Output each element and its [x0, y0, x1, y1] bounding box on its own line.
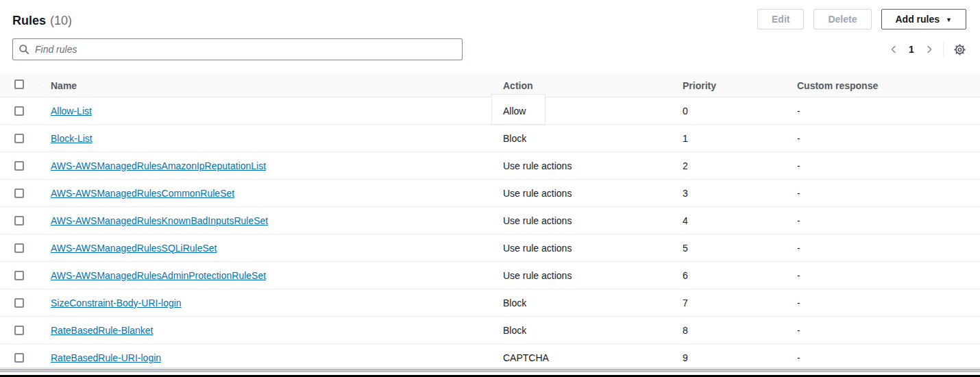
rule-action-cell: Block	[491, 125, 670, 151]
custom-response-value: -	[797, 297, 800, 308]
priority-value: 7	[683, 297, 688, 308]
table-row: AWS-AWSManagedRulesAmazonIpReputationLis…	[0, 152, 980, 180]
row-checkbox[interactable]	[14, 216, 24, 226]
rule-name-link[interactable]: RateBasedRule-Blanket	[51, 325, 153, 336]
rule-priority-cell: 7	[670, 289, 785, 316]
rule-action-cell: Allow	[491, 97, 670, 124]
search-input[interactable]	[35, 44, 456, 55]
priority-value: 9	[683, 352, 688, 363]
rule-name-link[interactable]: AWS-AWSManagedRulesKnownBadInputsRuleSet	[51, 215, 268, 226]
horizontal-scrollbar-thumb[interactable]	[0, 369, 980, 372]
rule-action-cell: Block	[491, 317, 670, 343]
rule-action-cell: Use rule actions	[491, 262, 670, 289]
row-checkbox[interactable]	[14, 188, 24, 198]
column-header-custom-response: Custom response	[785, 80, 980, 91]
rule-priority-cell: 1	[670, 125, 785, 151]
row-select-cell	[0, 234, 38, 261]
row-checkbox[interactable]	[14, 243, 24, 253]
next-page-button[interactable]	[920, 40, 938, 58]
row-checkbox[interactable]	[14, 106, 24, 116]
rule-custom-response-cell: -	[785, 289, 980, 316]
rule-name-cell: Block-List	[38, 125, 491, 151]
table-row: RateBasedRule-BlanketBlock8-	[0, 317, 980, 344]
rule-custom-response-cell: -	[785, 317, 980, 343]
horizontal-scrollbar	[0, 367, 980, 373]
rule-name-link[interactable]: Allow-List	[51, 106, 92, 117]
column-header-priority: Priority	[670, 80, 785, 91]
rule-name-cell: AWS-AWSManagedRulesKnownBadInputsRuleSet	[38, 207, 491, 234]
priority-value: 6	[683, 270, 688, 281]
rule-priority-cell: 3	[670, 180, 785, 206]
row-select-cell	[0, 152, 38, 179]
pager-divider	[943, 41, 944, 58]
action-value: Block	[503, 297, 526, 308]
rule-custom-response-cell: -	[785, 152, 980, 179]
search-icon	[19, 44, 29, 55]
rule-priority-cell: 4	[670, 207, 785, 234]
custom-response-value: -	[797, 160, 800, 171]
rule-name-cell: SizeConstraint-Body-URI-login	[38, 289, 491, 316]
row-checkbox[interactable]	[14, 134, 24, 143]
rule-action-cell: Use rule actions	[491, 152, 670, 179]
select-all-checkbox[interactable]	[14, 80, 24, 89]
rule-priority-cell: 6	[670, 262, 785, 289]
priority-value: 0	[683, 106, 688, 117]
priority-value: 4	[683, 215, 688, 226]
current-page-number: 1	[903, 44, 920, 55]
row-checkbox[interactable]	[14, 271, 24, 280]
rule-name-link[interactable]: Block-List	[51, 133, 93, 144]
rule-name-link[interactable]: AWS-AWSManagedRulesAmazonIpReputationLis…	[51, 160, 266, 171]
rule-name-link[interactable]: AWS-AWSManagedRulesAdminProtectionRuleSe…	[51, 270, 266, 281]
priority-value: 2	[683, 160, 688, 171]
custom-response-value: -	[797, 243, 800, 254]
priority-value: 3	[683, 188, 688, 199]
rule-custom-response-cell: -	[785, 180, 980, 206]
rule-name-link[interactable]: RateBasedRule-URI-login	[51, 352, 161, 363]
custom-response-value: -	[797, 270, 800, 281]
rule-name-cell: AWS-AWSManagedRulesAmazonIpReputationLis…	[38, 152, 491, 179]
gear-icon	[953, 43, 966, 56]
previous-page-button[interactable]	[885, 40, 903, 58]
action-value: Use rule actions	[503, 160, 572, 171]
search-box	[12, 38, 463, 60]
chevron-right-icon	[924, 45, 934, 54]
row-checkbox[interactable]	[14, 353, 24, 363]
custom-response-value: -	[797, 215, 800, 226]
rules-panel: Rules (10) Edit Delete Add rules ▼	[0, 0, 980, 377]
row-select-cell	[0, 180, 38, 206]
table-row: Block-ListBlock1-	[0, 125, 980, 152]
rules-table: Name Action Priority Custom response All…	[0, 74, 980, 372]
add-rules-label: Add rules	[896, 14, 940, 25]
rule-name-link[interactable]: SizeConstraint-Body-URI-login	[51, 297, 182, 308]
table-settings-button[interactable]	[950, 40, 969, 59]
rule-action-cell: Use rule actions	[491, 207, 670, 234]
rule-name-link[interactable]: AWS-AWSManagedRulesSQLiRuleSet	[51, 243, 217, 254]
page-title: Rules	[12, 14, 46, 28]
row-checkbox[interactable]	[14, 326, 24, 335]
action-value: Allow	[503, 106, 526, 117]
select-all-cell	[0, 80, 38, 91]
delete-button[interactable]: Delete	[813, 9, 871, 29]
rule-name-cell: AWS-AWSManagedRulesSQLiRuleSet	[38, 234, 491, 261]
rules-count-badge: (10)	[50, 14, 72, 28]
chevron-left-icon	[889, 45, 898, 54]
action-value: Use rule actions	[503, 188, 572, 199]
custom-response-value: -	[797, 106, 800, 117]
action-value: Use rule actions	[503, 270, 572, 281]
edit-button[interactable]: Edit	[757, 9, 804, 29]
row-select-cell	[0, 97, 38, 124]
action-value: Block	[503, 133, 526, 144]
row-checkbox[interactable]	[14, 161, 24, 171]
rule-priority-cell: 2	[670, 152, 785, 179]
rule-custom-response-cell: -	[785, 234, 980, 261]
rule-action-cell: Use rule actions	[491, 234, 670, 261]
rules-table-body: Allow-ListAllow0-Block-ListBlock1-AWS-AW…	[0, 97, 980, 372]
table-row: AWS-AWSManagedRulesKnownBadInputsRuleSet…	[0, 207, 980, 234]
rule-action-cell: Block	[491, 289, 670, 316]
custom-response-value: -	[797, 352, 800, 363]
header-actions: Edit Delete Add rules ▼	[757, 9, 966, 29]
row-checkbox[interactable]	[14, 298, 24, 308]
rule-name-cell: AWS-AWSManagedRulesAdminProtectionRuleSe…	[38, 262, 491, 289]
rule-name-link[interactable]: AWS-AWSManagedRulesCommonRuleSet	[51, 188, 234, 199]
add-rules-button[interactable]: Add rules ▼	[881, 9, 967, 29]
